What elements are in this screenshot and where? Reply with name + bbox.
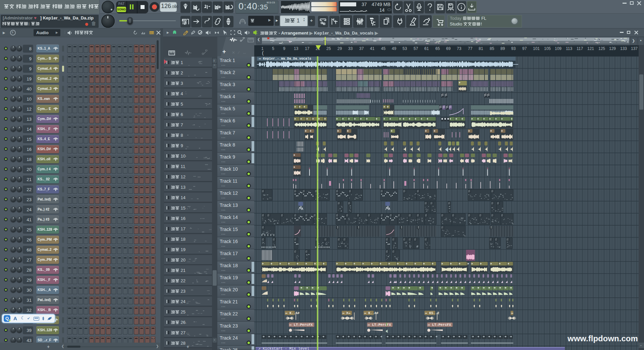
svg-text:↦ LT-PercFX: ↦ LT-PercFX xyxy=(289,323,313,327)
svg-text:↦ Kep1er_-_Wa_Da_Da_vocals: ↦ Kep1er_-_Wa_Da_Da_vocals xyxy=(259,57,311,61)
svg-text:↗ Kickstart - Mix level: ↗ Kickstart - Mix level xyxy=(258,347,309,350)
svg-text:↦ LT-PercFX: ↦ LT-PercFX xyxy=(428,323,451,327)
svg-text:↦: ↦ xyxy=(348,311,351,315)
svg-text:↦: ↦ xyxy=(511,311,513,315)
svg-text:↦ K..A#: ↦ K..A# xyxy=(285,311,300,315)
svg-text:↦ LT-PercFX: ↦ LT-PercFX xyxy=(368,323,391,327)
